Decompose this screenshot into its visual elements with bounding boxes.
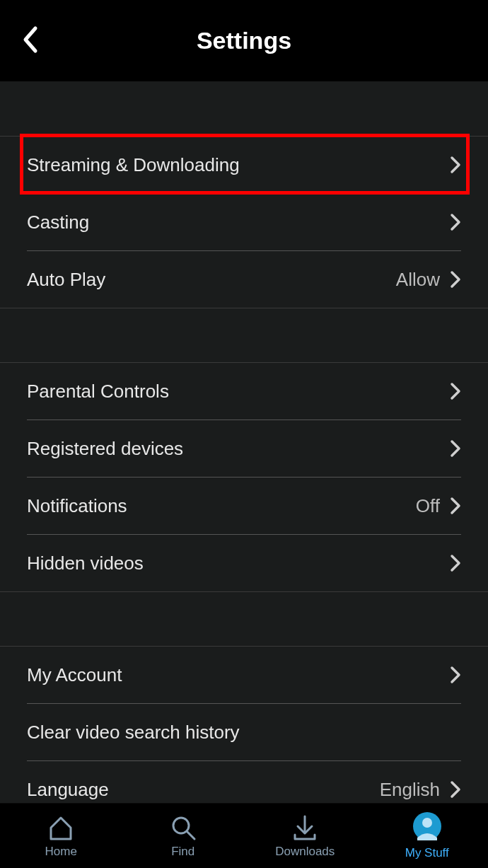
chevron-right-icon bbox=[450, 497, 461, 515]
chevron-right-icon bbox=[450, 780, 461, 799]
settings-group: Parental Controls Registered devices Not… bbox=[0, 363, 488, 591]
row-label: Hidden videos bbox=[27, 552, 144, 574]
row-label: My Account bbox=[27, 664, 122, 686]
svg-point-4 bbox=[422, 818, 432, 828]
avatar-icon bbox=[413, 812, 441, 843]
row-parental-controls[interactable]: Parental Controls bbox=[0, 363, 488, 419]
chevron-right-icon bbox=[450, 666, 461, 684]
row-my-account[interactable]: My Account bbox=[0, 647, 488, 703]
tab-label: My Stuff bbox=[405, 846, 449, 860]
chevron-left-icon bbox=[21, 25, 41, 54]
tab-home[interactable]: Home bbox=[0, 814, 122, 859]
chevron-right-icon bbox=[450, 270, 461, 289]
page-title: Settings bbox=[197, 27, 291, 54]
chevron-right-icon bbox=[450, 554, 461, 572]
row-hidden-videos[interactable]: Hidden videos bbox=[0, 535, 488, 591]
tab-find[interactable]: Find bbox=[122, 814, 245, 859]
section-gap bbox=[0, 308, 488, 363]
row-language[interactable]: Language English bbox=[0, 761, 488, 803]
tab-label: Home bbox=[45, 845, 77, 859]
section-gap bbox=[0, 591, 488, 647]
row-label: Auto Play bbox=[27, 269, 105, 291]
section-gap bbox=[0, 81, 488, 137]
row-casting[interactable]: Casting bbox=[0, 194, 488, 250]
row-label: Streaming & Downloading bbox=[27, 154, 240, 176]
svg-point-0 bbox=[173, 818, 189, 833]
row-notifications[interactable]: Notifications Off bbox=[0, 478, 488, 534]
row-value: Off bbox=[416, 495, 440, 517]
chevron-right-icon bbox=[450, 439, 461, 458]
search-icon bbox=[169, 814, 197, 842]
row-clear-video-search-history[interactable]: Clear video search history bbox=[0, 704, 488, 760]
chevron-right-icon bbox=[450, 382, 461, 400]
row-registered-devices[interactable]: Registered devices bbox=[0, 420, 488, 477]
home-icon bbox=[47, 814, 75, 842]
tab-label: Downloads bbox=[275, 845, 335, 859]
row-value: Allow bbox=[396, 269, 440, 291]
row-auto-play[interactable]: Auto Play Allow bbox=[0, 251, 488, 308]
row-label: Parental Controls bbox=[27, 381, 169, 403]
row-label: Registered devices bbox=[27, 438, 183, 460]
chevron-right-icon bbox=[450, 156, 461, 174]
download-icon bbox=[291, 814, 319, 842]
back-button[interactable] bbox=[21, 25, 41, 57]
row-streaming-downloading[interactable]: Streaming & Downloading bbox=[0, 137, 488, 193]
header: Settings bbox=[0, 0, 488, 81]
row-label: Casting bbox=[27, 212, 89, 233]
tab-bar: Home Find Downloads bbox=[0, 803, 488, 868]
svg-line-1 bbox=[187, 832, 194, 839]
row-label: Language bbox=[27, 779, 109, 801]
tab-my-stuff[interactable]: My Stuff bbox=[366, 812, 489, 860]
settings-group: My Account Clear video search history La… bbox=[0, 647, 488, 803]
row-value: English bbox=[380, 779, 440, 801]
row-label: Clear video search history bbox=[27, 722, 240, 743]
chevron-right-icon bbox=[450, 213, 461, 231]
tab-downloads[interactable]: Downloads bbox=[244, 814, 366, 859]
settings-content: Streaming & Downloading Casting Auto Pla… bbox=[0, 81, 488, 803]
tab-label: Find bbox=[171, 845, 194, 859]
settings-group: Streaming & Downloading Casting Auto Pla… bbox=[0, 137, 488, 308]
row-label: Notifications bbox=[27, 495, 127, 517]
